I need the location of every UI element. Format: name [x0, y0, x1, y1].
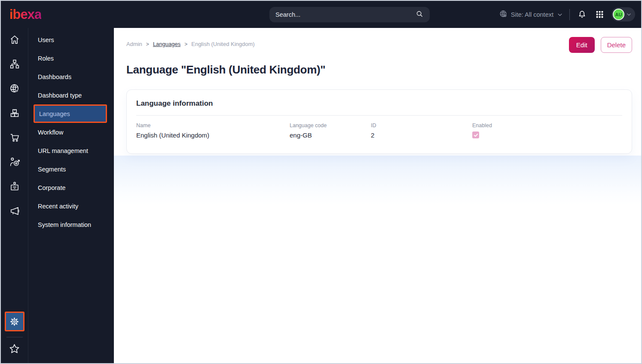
field-value: 2	[371, 132, 472, 139]
field-id: ID 2	[371, 122, 472, 139]
breadcrumb-languages-link[interactable]: Languages	[153, 41, 180, 47]
sidebar-item-roles[interactable]: Roles	[28, 49, 114, 67]
rail-divider	[6, 337, 23, 337]
field-enabled: Enabled	[472, 122, 622, 139]
sidebar-item-dashboards[interactable]: Dashboards	[28, 67, 114, 86]
field-label: Language code	[290, 122, 371, 128]
search-input[interactable]	[275, 11, 415, 18]
sidebar-item-recent-activity[interactable]: Recent activity	[28, 197, 114, 215]
gear-icon	[9, 316, 20, 327]
icon-sidebar	[1, 28, 28, 363]
app-window: ibexa Site: All context	[0, 0, 642, 364]
user-menu[interactable]: AU	[611, 7, 635, 21]
language-information-card: Language information Name English (Unite…	[126, 89, 632, 154]
top-bar: ibexa Site: All context	[1, 1, 641, 28]
site-globe-icon[interactable]	[9, 83, 20, 94]
delete-button[interactable]: Delete	[601, 37, 632, 53]
admin-menu-sidebar: Users Roles Dashboards Dashboard type La…	[28, 28, 114, 363]
breadcrumb-current: English (United Kingdom)	[191, 41, 254, 47]
breadcrumb: Admin > Languages > English (United King…	[126, 37, 255, 47]
bell-icon	[577, 9, 587, 19]
field-label: Name	[136, 122, 290, 128]
commerce-cart-icon[interactable]	[9, 132, 20, 143]
breadcrumb-separator: >	[184, 41, 187, 47]
page-actions: Edit Delete	[569, 37, 632, 53]
sidebar-item-languages-selected[interactable]: Languages	[34, 104, 107, 123]
sidebar-item-workflow[interactable]: Workflow	[28, 123, 114, 141]
sidebar-item-url-management[interactable]: URL management	[28, 141, 114, 160]
personalization-target-icon[interactable]	[9, 156, 20, 168]
site-context-selector[interactable]: Site: All context	[499, 9, 563, 19]
chevron-down-icon	[626, 12, 632, 17]
field-language-code: Language code eng-GB	[290, 122, 371, 139]
notifications-button[interactable]	[576, 9, 588, 20]
page-title: Language "English (United Kingdom)"	[114, 53, 641, 76]
field-value: English (United Kingdom)	[136, 132, 290, 139]
card-divider	[136, 115, 622, 116]
main-content: Admin > Languages > English (United King…	[114, 28, 641, 363]
breadcrumb-separator: >	[146, 41, 149, 47]
topbar-right-cluster: Site: All context AU	[499, 7, 635, 21]
topbar-divider	[569, 9, 570, 20]
products-boxes-icon[interactable]	[9, 107, 20, 119]
sidebar-item-system-information[interactable]: System information	[28, 215, 114, 234]
field-name: Name English (United Kingdom)	[136, 122, 290, 139]
breadcrumb-admin: Admin	[126, 41, 142, 47]
background-gradient	[114, 156, 641, 205]
marketing-megaphone-icon[interactable]	[9, 205, 20, 217]
sidebar-item-users[interactable]: Users	[28, 31, 114, 49]
edit-button[interactable]: Edit	[569, 37, 595, 53]
app-grid-button[interactable]	[594, 9, 605, 20]
ibexa-logo[interactable]: ibexa	[9, 7, 41, 22]
field-value: eng-GB	[290, 132, 371, 139]
bookmarks-star-icon[interactable]	[9, 343, 20, 356]
avatar[interactable]: AU	[613, 9, 624, 20]
content-structure-icon[interactable]	[9, 58, 20, 70]
chevron-down-icon	[557, 12, 563, 18]
grid-icon	[595, 10, 604, 19]
checkmark-icon	[474, 133, 478, 138]
corporate-badge-icon[interactable]	[9, 181, 20, 192]
site-context-label: Site: All context	[511, 11, 553, 18]
search-icon[interactable]	[415, 9, 424, 20]
sidebar-item-dashboard-type[interactable]: Dashboard type	[28, 86, 114, 104]
sidebar-item-segments[interactable]: Segments	[28, 160, 114, 178]
app-shell: Users Roles Dashboards Dashboard type La…	[1, 28, 641, 363]
field-label: ID	[371, 122, 472, 128]
settings-button-highlighted[interactable]	[5, 312, 24, 331]
field-label: Enabled	[472, 122, 622, 128]
card-title: Language information	[136, 99, 622, 108]
home-icon[interactable]	[9, 34, 20, 45]
globe-site-icon	[499, 9, 507, 19]
global-search[interactable]	[269, 7, 430, 22]
sidebar-item-corporate[interactable]: Corporate	[28, 178, 114, 197]
language-fields: Name English (United Kingdom) Language c…	[136, 122, 622, 139]
enabled-checkbox-checked	[472, 132, 479, 138]
icon-sidebar-bottom	[5, 312, 24, 363]
